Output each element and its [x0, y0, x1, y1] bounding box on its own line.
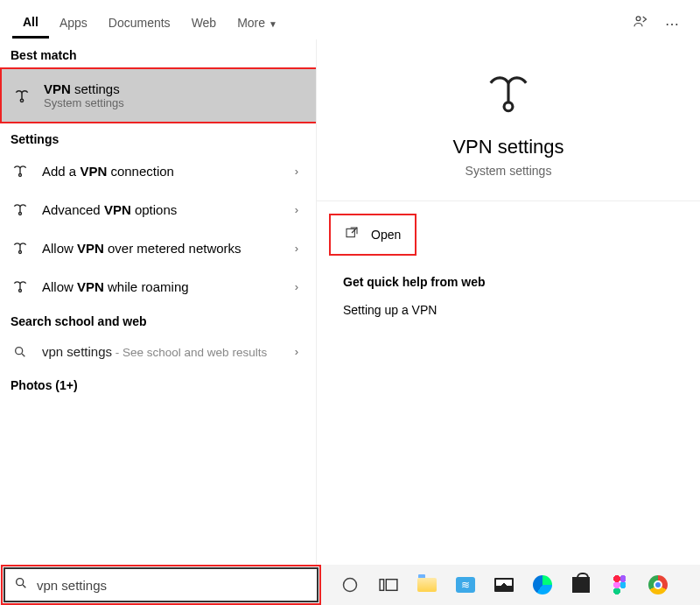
svg-rect-11 [380, 580, 384, 591]
svg-point-4 [19, 251, 22, 254]
help-header: Get quick help from web [317, 256, 700, 298]
svg-rect-12 [386, 580, 397, 591]
open-label: Open [371, 228, 401, 242]
more-options-icon[interactable]: ⋯ [656, 11, 688, 38]
search-icon [14, 576, 28, 594]
svg-point-6 [16, 347, 23, 354]
chevron-right-icon: › [295, 280, 305, 293]
svg-point-5 [19, 290, 22, 292]
cortana-icon[interactable] [340, 574, 360, 595]
tab-web[interactable]: Web [181, 11, 228, 37]
svg-point-2 [19, 174, 22, 177]
web-result-label: vpn settings - See school and web result… [42, 344, 283, 359]
chevron-down-icon: ▼ [269, 19, 277, 29]
chevron-right-icon: › [295, 345, 305, 358]
chevron-right-icon: › [295, 203, 305, 216]
svg-point-3 [19, 213, 22, 215]
search-input[interactable] [37, 578, 308, 593]
open-icon [345, 226, 359, 243]
best-match-header: Best match [0, 39, 316, 67]
svg-point-9 [17, 579, 24, 586]
web-result-item[interactable]: vpn settings - See school and web result… [0, 334, 316, 369]
settings-item-label: Allow VPN while roaming [42, 279, 283, 294]
svg-point-10 [344, 579, 357, 592]
feedback-icon[interactable] [623, 9, 656, 39]
best-match-result[interactable]: VPN settings System settings [0, 67, 316, 123]
settings-item-label: Advanced VPN options [42, 202, 283, 217]
open-button[interactable]: Open [329, 214, 416, 256]
svg-rect-8 [346, 229, 354, 236]
web-header: Search school and web [0, 306, 316, 334]
chrome-icon[interactable] [648, 574, 668, 595]
app-icon[interactable] [455, 574, 476, 595]
photos-header[interactable]: Photos (1+) [0, 369, 316, 397]
chevron-right-icon: › [295, 165, 305, 178]
settings-item-label: Add a VPN connection [42, 164, 283, 179]
settings-item-metered-vpn[interactable]: Allow VPN over metered networks › [0, 229, 316, 267]
preview-title: VPN settings [317, 136, 700, 158]
search-box[interactable] [4, 567, 318, 602]
vpn-icon [10, 162, 30, 179]
svg-point-0 [636, 17, 640, 21]
chevron-right-icon: › [295, 242, 305, 255]
tab-all[interactable]: All [12, 10, 49, 39]
settings-item-label: Allow VPN over metered networks [42, 241, 283, 256]
settings-item-roaming-vpn[interactable]: Allow VPN while roaming › [0, 267, 316, 306]
tab-apps[interactable]: Apps [49, 11, 98, 37]
edge-icon[interactable] [532, 574, 553, 595]
settings-item-advanced-vpn[interactable]: Advanced VPN options › [0, 190, 316, 229]
svg-point-1 [20, 99, 23, 102]
tab-more[interactable]: More▼ [227, 11, 288, 37]
best-match-subtitle: System settings [44, 96, 305, 109]
divider [317, 200, 700, 201]
vpn-icon [10, 278, 30, 295]
vpn-icon [10, 239, 30, 257]
vpn-icon [317, 69, 700, 120]
vpn-icon [10, 200, 30, 218]
mail-icon[interactable] [494, 574, 514, 595]
taskbar [0, 565, 700, 605]
store-icon[interactable] [570, 574, 592, 595]
file-explorer-icon[interactable] [416, 574, 438, 595]
settings-item-add-vpn[interactable]: Add a VPN connection › [0, 151, 316, 190]
best-match-title: VPN settings [44, 81, 305, 96]
vpn-icon [12, 87, 32, 104]
tab-documents[interactable]: Documents [98, 11, 181, 37]
svg-point-7 [504, 102, 513, 111]
task-view-icon[interactable] [378, 574, 399, 595]
preview-subtitle: System settings [317, 164, 700, 178]
help-link-setup-vpn[interactable]: Setting up a VPN [317, 298, 700, 322]
settings-header: Settings [0, 123, 316, 151]
figma-icon[interactable] [609, 574, 630, 595]
search-icon [10, 345, 30, 359]
